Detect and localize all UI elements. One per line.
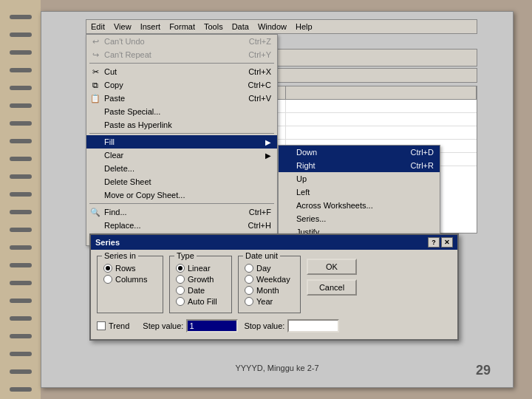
menu-label: Series...	[296, 214, 326, 223]
menu-item-format[interactable]: Format	[165, 20, 200, 33]
fill-submenu-item-series[interactable]: Series...	[279, 212, 440, 225]
menu-label: Delete Sheet	[104, 177, 151, 186]
date-unit-weekday-option[interactable]: Weekday	[245, 275, 294, 284]
menu-item-delete-sheet[interactable]: Delete Sheet	[86, 175, 277, 188]
cancel-button[interactable]: Cancel	[307, 279, 357, 296]
spiral-ring	[10, 369, 32, 374]
fill-submenu-item-left[interactable]: Left	[279, 185, 440, 199]
type-autofill-label: Auto Fill	[188, 297, 217, 306]
series-in-columns-option[interactable]: Columns	[103, 275, 157, 284]
menu-item-paste[interactable]: 📋 Paste Ctrl+V	[86, 92, 277, 105]
fill-submenu-item-across-worksheets[interactable]: Across Worksheets...	[279, 199, 440, 212]
menu-label: Paste Special...	[104, 107, 160, 116]
menu-item-delete[interactable]: Delete...	[86, 162, 277, 175]
date-unit-day-radio[interactable]	[245, 264, 253, 273]
dialog-close-btn[interactable]: ✕	[441, 237, 453, 248]
menu-item-data[interactable]: Data	[228, 20, 253, 33]
type-growth-label: Growth	[188, 275, 214, 284]
menu-label: Left	[296, 188, 310, 197]
menu-shortcut: Ctrl+D	[411, 148, 434, 157]
menu-item-cut[interactable]: ✂ Cut Ctrl+X	[86, 65, 277, 78]
menu-item-copy[interactable]: ⧉ Copy Ctrl+C	[86, 78, 277, 92]
spiral-ring	[10, 121, 32, 126]
date-unit-year-label: Year	[256, 297, 273, 306]
fill-submenu-item-right[interactable]: Right Ctrl+R	[279, 159, 440, 172]
type-growth-option[interactable]: Growth	[176, 275, 225, 284]
menu-label: Replace...	[104, 221, 141, 230]
menu-label: Copy	[104, 81, 123, 89]
menu-item-move-copy[interactable]: Move or Copy Sheet...	[86, 188, 277, 202]
menu-label: Up	[296, 174, 307, 183]
fill-submenu-item-down[interactable]: Down Ctrl+D	[279, 146, 440, 159]
spiral-ring	[10, 15, 32, 19]
menu-item-edit[interactable]: Edit	[86, 20, 109, 33]
trend-checkbox[interactable]	[97, 321, 106, 330]
type-linear-option[interactable]: Linear	[176, 264, 225, 273]
slide-container: Edit View Insert Format Tools Data Windo…	[41, 11, 514, 388]
series-in-label: Series in	[102, 251, 138, 260]
step-value-input[interactable]	[186, 319, 238, 332]
series-in-rows-option[interactable]: Rows	[103, 264, 157, 273]
menu-item-cant-undo[interactable]: ↩ Can't Undo Ctrl+Z	[86, 35, 277, 48]
date-unit-year-radio[interactable]	[245, 297, 253, 306]
menu-separator	[89, 203, 274, 204]
menu-label: Clear	[104, 151, 123, 160]
series-dialog: Series ? ✕ Series in Rows Columns	[89, 233, 459, 341]
menu-label: Paste as Hyperlink	[104, 120, 172, 129]
copy-icon: ⧉	[89, 81, 101, 90]
spiral-ring	[10, 192, 32, 197]
menu-item-find[interactable]: 🔍 Find... Ctrl+F	[86, 205, 277, 219]
series-in-group: Series in Rows Columns	[97, 256, 163, 313]
menu-item-insert[interactable]: Insert	[136, 20, 166, 33]
menu-item-cant-repeat[interactable]: ↪ Can't Repeat Ctrl+Y	[86, 48, 277, 61]
type-growth-radio[interactable]	[176, 275, 185, 284]
type-linear-radio[interactable]	[176, 264, 185, 273]
menu-item-help[interactable]: Help	[291, 20, 317, 33]
menu-shortcut: Ctrl+Z	[249, 37, 271, 46]
dialog-titlebar: Series ? ✕	[91, 235, 457, 250]
dialog-title-buttons: ? ✕	[428, 237, 453, 248]
date-unit-year-option[interactable]: Year	[245, 297, 294, 306]
menu-item-paste-hyperlink[interactable]: Paste as Hyperlink	[86, 118, 277, 132]
type-autofill-option[interactable]: Auto Fill	[176, 297, 225, 306]
slide-footer-text: YYYYD, Minggu ke 2-7	[235, 364, 318, 372]
date-unit-month-option[interactable]: Month	[245, 286, 294, 295]
trend-checkbox-item[interactable]: Trend	[97, 321, 129, 330]
date-unit-day-option[interactable]: Day	[245, 264, 294, 273]
menu-item-replace[interactable]: Replace... Ctrl+H	[86, 219, 277, 232]
cell[interactable]	[286, 100, 477, 112]
menu-item-view[interactable]: View	[109, 20, 136, 33]
stop-label: Stop value:	[244, 321, 284, 330]
fill-submenu-item-up[interactable]: Up	[279, 172, 440, 185]
type-date-option[interactable]: Date	[176, 286, 225, 295]
ok-button[interactable]: OK	[307, 259, 357, 275]
date-unit-month-radio[interactable]	[245, 286, 253, 295]
series-in-rows-radio[interactable]	[103, 264, 112, 273]
menu-label: Across Worksheets...	[296, 201, 373, 210]
series-in-columns-label: Columns	[115, 275, 147, 284]
col-header-extra	[286, 86, 477, 100]
type-autofill-radio[interactable]	[176, 297, 185, 306]
cell[interactable]	[286, 126, 477, 139]
fill-submenu: Down Ctrl+D Right Ctrl+R Up Left Across …	[278, 145, 440, 239]
spiral-ring	[10, 103, 32, 108]
menu-bar: Edit View Insert Format Tools Data Windo…	[86, 19, 477, 34]
type-group: Type Linear Growth Date	[169, 256, 232, 313]
menu-item-window[interactable]: Window	[253, 20, 291, 33]
dialog-help-btn[interactable]: ?	[428, 237, 440, 248]
stop-value-input[interactable]	[287, 319, 339, 332]
edit-dropdown-menu: ↩ Can't Undo Ctrl+Z ↪ Can't Repeat Ctrl+…	[86, 34, 278, 246]
menu-item-fill[interactable]: Fill ▶	[86, 135, 277, 149]
menu-item-tools[interactable]: Tools	[200, 20, 228, 33]
menu-separator	[89, 133, 274, 134]
cell[interactable]	[286, 113, 477, 126]
menu-item-clear[interactable]: Clear ▶	[86, 149, 277, 162]
page-number: 29	[476, 363, 491, 378]
menu-item-paste-special[interactable]: Paste Special...	[86, 105, 277, 118]
menu-label: Move or Copy Sheet...	[104, 191, 185, 200]
spiral-ring	[10, 33, 32, 37]
series-in-columns-radio[interactable]	[103, 275, 112, 284]
menu-separator	[89, 63, 274, 64]
type-date-radio[interactable]	[176, 286, 185, 295]
date-unit-weekday-radio[interactable]	[245, 275, 253, 284]
